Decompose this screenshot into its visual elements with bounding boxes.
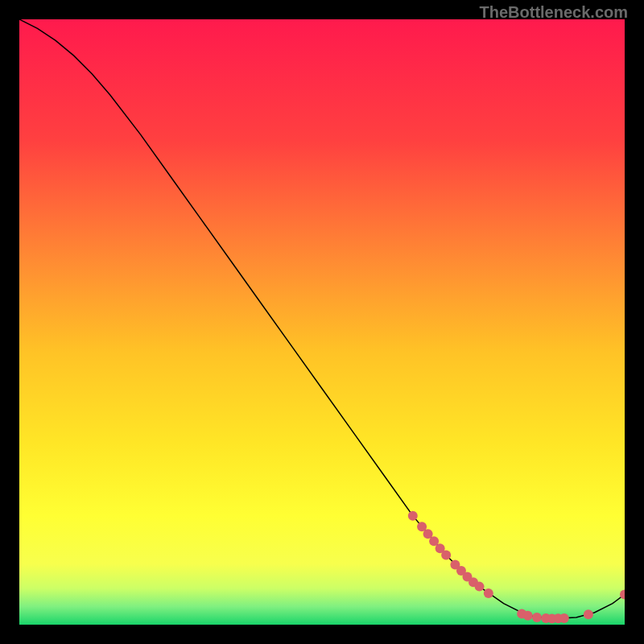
data-point (408, 511, 418, 521)
chart-background (19, 19, 625, 625)
data-point (475, 582, 485, 592)
bottleneck-chart (19, 19, 625, 625)
data-point (532, 613, 542, 622)
chart-svg (19, 19, 625, 625)
data-point (559, 613, 569, 623)
data-point (484, 588, 493, 598)
watermark-text: TheBottleneck.com (480, 3, 628, 22)
data-point (523, 611, 533, 621)
data-point (584, 609, 593, 619)
data-point (441, 551, 451, 560)
